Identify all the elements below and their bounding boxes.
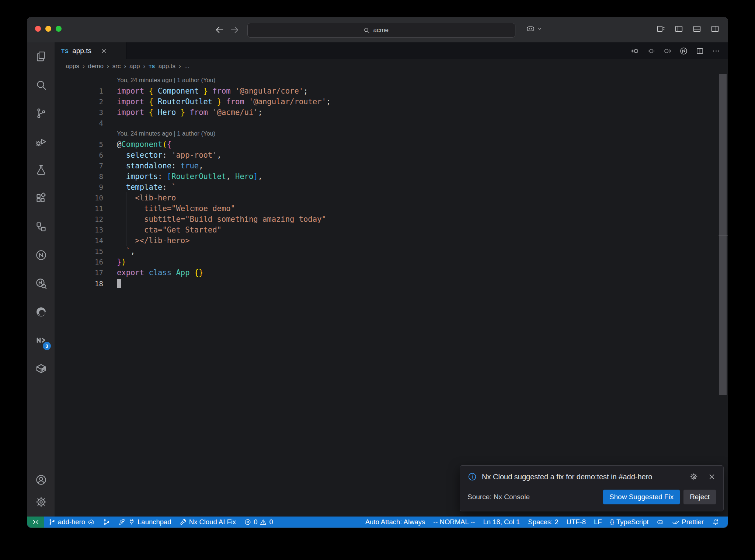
status-bar-item-copilot-status[interactable]	[653, 517, 668, 528]
status-bar-item-problems[interactable]: 00	[240, 517, 277, 528]
code-text: imports: [RouterOutlet, Hero],	[117, 172, 262, 181]
activity-bar-item-testing[interactable]	[27, 156, 55, 184]
code-text: standalone: true,	[117, 161, 203, 170]
status-bar-item-encoding[interactable]: UTF-8	[563, 517, 590, 528]
activity-bar-item-extensions[interactable]	[27, 184, 55, 213]
breadcrumb-separator: ›	[107, 63, 109, 70]
toggle-primary-sidebar-icon[interactable]	[674, 24, 683, 34]
line-number: 3	[55, 108, 117, 116]
status-bar-item-cursor-position[interactable]: Ln 18, Col 1	[479, 517, 524, 528]
breadcrumb-item--[interactable]: ...	[184, 63, 189, 70]
breadcrumb-item-app-ts[interactable]: TSapp.ts	[149, 63, 175, 70]
status-bar-item-language-typescript[interactable]: {}TypeScript	[606, 517, 653, 528]
label: TypeScript	[616, 518, 648, 526]
code-line-2[interactable]: 2import { RouterOutlet } from '@angular/…	[55, 96, 728, 107]
notification-settings-gear-icon[interactable]	[690, 473, 698, 481]
breadcrumb-item-apps[interactable]: apps	[66, 63, 79, 70]
code-line-15[interactable]: 15 `,	[55, 246, 728, 256]
code-line-3[interactable]: 3import { Hero } from '@acme/ui';	[55, 107, 728, 118]
nx-run-icon[interactable]	[679, 47, 688, 55]
status-bar-left: add-heroLaunchpadNx Cloud AI Fix00	[27, 517, 277, 528]
history-forward-icon[interactable]	[229, 24, 240, 35]
split-editor-icon[interactable]	[696, 47, 704, 55]
close-tab-icon[interactable]	[100, 48, 107, 55]
code-line-16[interactable]: 16})	[55, 256, 728, 267]
status-bar-item-prettier[interactable]: Prettier	[668, 517, 708, 528]
status-bar-item-nx-cloud-ai-fix[interactable]: Nx Cloud AI Fix	[175, 517, 240, 528]
activity-bar-item-run-debug[interactable]	[27, 127, 55, 156]
history-back-icon[interactable]	[214, 24, 225, 35]
line-number: 16	[55, 258, 117, 266]
code-line-9[interactable]: 9 template: `	[55, 182, 728, 192]
activity-bar-item-nx-target[interactable]	[27, 241, 55, 269]
search-input[interactable]	[373, 26, 400, 34]
code-line-7[interactable]: 7 standalone: true,	[55, 160, 728, 171]
badge: 3	[43, 342, 51, 350]
code-editor[interactable]: You, 24 minutes ago | 1 author (You)1imp…	[55, 73, 728, 517]
error-icon	[244, 518, 251, 526]
status-bar-item-eol[interactable]: LF	[590, 517, 606, 528]
activity-bar-item-container-tools[interactable]	[27, 354, 55, 383]
code-text: @Component({	[117, 140, 171, 149]
toggle-panel-icon[interactable]	[692, 24, 702, 34]
code-line-18[interactable]: 18	[55, 278, 728, 289]
indent-guide	[117, 182, 117, 192]
indent-guide	[117, 160, 117, 171]
nav-position-icon[interactable]	[647, 47, 655, 55]
status-bar-item-auto-attach[interactable]: Auto Attach: Always	[361, 517, 429, 528]
code-line-6[interactable]: 6 selector: 'app-root',	[55, 150, 728, 160]
blame-text: You, 24 minutes ago | 1 author (You)	[117, 130, 215, 137]
customize-layout-icon[interactable]	[656, 24, 665, 34]
code-line-17[interactable]: 17export class App {}	[55, 267, 728, 278]
copilot-menu[interactable]	[526, 24, 543, 34]
code-line-12[interactable]: 12 subtitle="Build something amazing tod…	[55, 214, 728, 224]
command-center-search[interactable]	[247, 23, 515, 38]
source-control-icon	[35, 107, 47, 119]
status-bar-item-remote-indicator[interactable]	[27, 517, 44, 528]
code-line-11[interactable]: 11 title="Welcmoe demo"	[55, 203, 728, 214]
reject-button[interactable]: Reject	[683, 490, 716, 504]
code-line-1[interactable]: 1import { Component } from '@angular/cor…	[55, 85, 728, 96]
status-bar-item-launchpad[interactable]: Launchpad	[114, 517, 175, 528]
activity-bar-item-nx-console[interactable]: 3	[27, 326, 55, 354]
code-line-14[interactable]: 14 ></lib-hero>	[55, 235, 728, 246]
code-text	[117, 279, 121, 288]
status-bar-item-source-control-graph[interactable]	[99, 517, 114, 528]
editor-scrollbar[interactable]	[719, 73, 728, 517]
activity-bar-item-hierarchy[interactable]	[27, 213, 55, 241]
indent-guide	[126, 214, 126, 224]
nav-forward-icon[interactable]	[663, 47, 672, 55]
breadcrumb-item-demo[interactable]: demo	[88, 63, 104, 70]
code-text: export class App {}	[117, 268, 203, 277]
tab-app-ts[interactable]: TS app.ts	[55, 42, 126, 59]
breadcrumb-item-app[interactable]: app	[129, 63, 140, 70]
code-line-5[interactable]: 5@Component({	[55, 139, 728, 150]
status-bar-item-indentation[interactable]: Spaces: 2	[524, 517, 562, 528]
activity-bar-item-account[interactable]	[27, 469, 55, 491]
breadcrumb-separator: ›	[124, 63, 126, 70]
minimize-window-button[interactable]	[45, 26, 51, 32]
code-line-13[interactable]: 13 cta="Get Started"	[55, 224, 728, 235]
notification-close-icon[interactable]	[708, 473, 716, 481]
status-bar-item-vim-mode[interactable]: -- NORMAL --	[429, 517, 479, 528]
activity-bar-item-source-control[interactable]	[27, 99, 55, 127]
close-window-button[interactable]	[35, 26, 41, 32]
more-actions-icon[interactable]	[712, 47, 720, 55]
activity-bar-item-settings-gear[interactable]	[27, 491, 55, 513]
toggle-secondary-sidebar-icon[interactable]	[710, 24, 720, 34]
label: UTF-8	[567, 518, 586, 526]
zoom-window-button[interactable]	[56, 26, 62, 32]
activity-bar-item-nx-cloud-search[interactable]	[27, 269, 55, 298]
breadcrumb-item-src[interactable]: src	[112, 63, 121, 70]
code-line-10[interactable]: 10 <lib-hero	[55, 192, 728, 203]
nav-back-icon[interactable]	[631, 47, 639, 55]
status-bar-item-git-branch[interactable]: add-hero	[44, 517, 99, 528]
activity-bar-item-explorer[interactable]	[27, 42, 55, 71]
status-bar-item-notifications-bell[interactable]	[708, 517, 723, 528]
activity-bar-item-search[interactable]	[27, 71, 55, 99]
container-tools-icon	[35, 363, 47, 375]
code-line-4[interactable]: 4	[55, 118, 728, 128]
show-suggested-fix-button[interactable]: Show Suggested Fix	[603, 490, 680, 504]
activity-bar-item-edge-browser[interactable]	[27, 298, 55, 326]
code-line-8[interactable]: 8 imports: [RouterOutlet, Hero],	[55, 171, 728, 182]
